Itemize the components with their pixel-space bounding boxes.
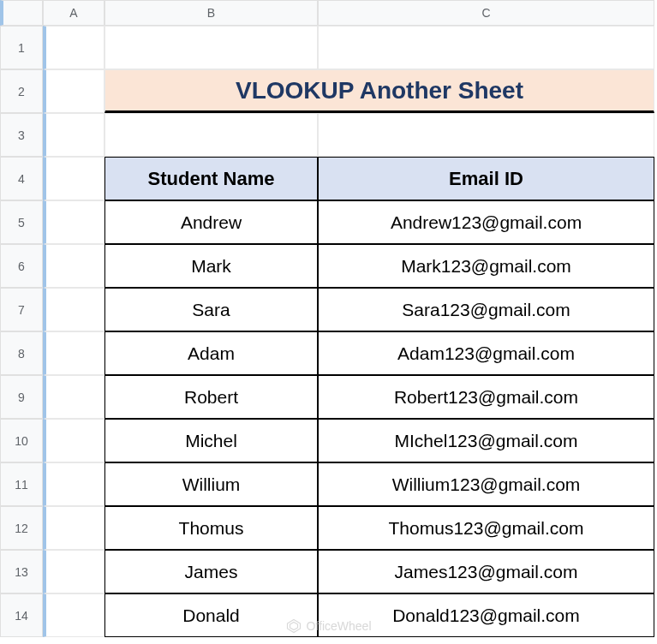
row-header-2[interactable]: 2 <box>0 69 43 113</box>
cell-c3[interactable] <box>318 113 654 157</box>
title-cell[interactable]: VLOOKUP Another Sheet <box>105 69 654 113</box>
col-header-a[interactable]: A <box>43 0 105 26</box>
table-row[interactable]: Robert123@gmail.com <box>318 375 654 419</box>
table-row[interactable]: Michel <box>105 419 318 462</box>
cell-a3[interactable] <box>43 113 105 157</box>
svg-marker-1 <box>290 623 297 630</box>
cell-a14[interactable] <box>43 593 105 637</box>
cell-a13[interactable] <box>43 550 105 593</box>
row-header-3[interactable]: 3 <box>0 113 43 157</box>
table-row[interactable]: Mark <box>105 244 318 288</box>
cell-a10[interactable] <box>43 419 105 462</box>
cell-a7[interactable] <box>43 288 105 331</box>
cell-a8[interactable] <box>43 331 105 375</box>
cell-c1[interactable] <box>318 26 654 69</box>
cell-a9[interactable] <box>43 375 105 419</box>
table-row[interactable]: Adam <box>105 331 318 375</box>
col-header-c[interactable]: C <box>318 0 654 26</box>
row-header-10[interactable]: 10 <box>0 419 43 462</box>
row-header-1[interactable]: 1 <box>0 26 43 69</box>
table-row[interactable]: Mark123@gmail.com <box>318 244 654 288</box>
table-row[interactable]: Andrew <box>105 200 318 244</box>
cell-a4[interactable] <box>43 157 105 200</box>
table-row[interactable]: Thomus <box>105 506 318 550</box>
cell-a2[interactable] <box>43 69 105 113</box>
table-row[interactable]: Adam123@gmail.com <box>318 331 654 375</box>
watermark: OfficeWheel <box>286 618 372 634</box>
cell-a6[interactable] <box>43 244 105 288</box>
cell-a1[interactable] <box>43 26 105 69</box>
row-header-12[interactable]: 12 <box>0 506 43 550</box>
cell-a5[interactable] <box>43 200 105 244</box>
table-row[interactable]: James123@gmail.com <box>318 550 654 593</box>
table-row[interactable]: Sara <box>105 288 318 331</box>
row-header-6[interactable]: 6 <box>0 244 43 288</box>
row-header-5[interactable]: 5 <box>0 200 43 244</box>
col-header-b[interactable]: B <box>105 0 318 26</box>
logo-icon <box>286 618 302 634</box>
table-row[interactable]: Robert <box>105 375 318 419</box>
cell-a12[interactable] <box>43 506 105 550</box>
cell-b3[interactable] <box>105 113 318 157</box>
svg-marker-0 <box>287 620 300 633</box>
row-header-11[interactable]: 11 <box>0 462 43 506</box>
table-row[interactable]: Willium123@gmail.com <box>318 462 654 506</box>
row-header-7[interactable]: 7 <box>0 288 43 331</box>
table-row[interactable]: Sara123@gmail.com <box>318 288 654 331</box>
watermark-text: OfficeWheel <box>307 619 372 633</box>
table-row[interactable]: Andrew123@gmail.com <box>318 200 654 244</box>
table-header-name[interactable]: Student Name <box>105 157 318 200</box>
table-row[interactable]: James <box>105 550 318 593</box>
table-row[interactable]: Thomus123@gmail.com <box>318 506 654 550</box>
row-header-4[interactable]: 4 <box>0 157 43 200</box>
spreadsheet-grid: A B C 1 2 VLOOKUP Another Sheet 3 4 Stud… <box>0 0 657 637</box>
row-header-14[interactable]: 14 <box>0 593 43 637</box>
select-all-corner[interactable] <box>0 0 43 26</box>
cell-b1[interactable] <box>105 26 318 69</box>
table-header-email[interactable]: Email ID <box>318 157 654 200</box>
table-row[interactable]: MIchel123@gmail.com <box>318 419 654 462</box>
row-header-9[interactable]: 9 <box>0 375 43 419</box>
row-header-13[interactable]: 13 <box>0 550 43 593</box>
cell-a11[interactable] <box>43 462 105 506</box>
row-header-8[interactable]: 8 <box>0 331 43 375</box>
table-row[interactable]: Willium <box>105 462 318 506</box>
